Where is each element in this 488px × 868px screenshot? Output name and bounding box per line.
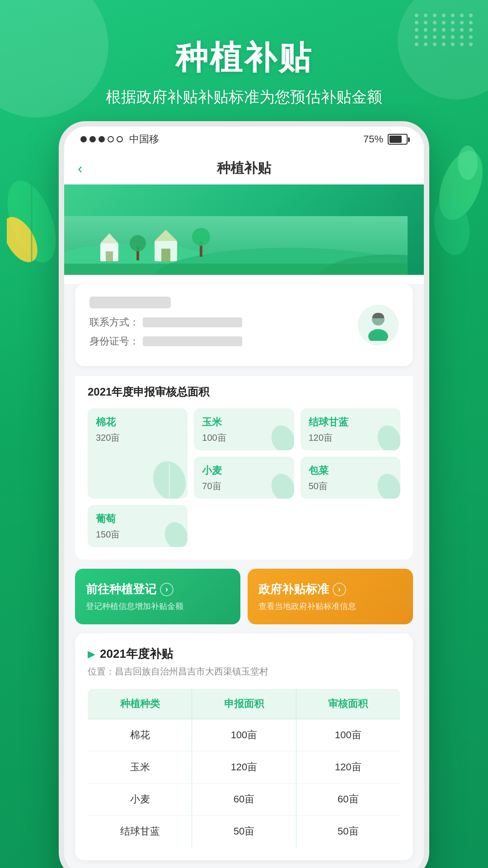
battery-area: 75% (363, 133, 408, 145)
table-row: 玉米120亩120亩 (88, 751, 400, 783)
table-cell: 100亩 (296, 719, 400, 751)
app-navbar: ‹ 种植补贴 (64, 152, 424, 184)
table-cell: 小麦 (88, 783, 192, 816)
crop-card-cotton: 棉花 320亩 (88, 408, 188, 499)
table-cell: 120亩 (192, 751, 296, 783)
col-header-declared: 申报面积 (192, 689, 296, 719)
plant-register-title: 前往种植登记 › (86, 581, 230, 597)
battery-percentage: 75% (363, 133, 383, 145)
svg-point-17 (130, 235, 146, 251)
svg-point-22 (368, 329, 388, 341)
svg-point-23 (148, 458, 188, 499)
crop-leaf-icon-grape (160, 520, 188, 547)
battery-fill (389, 136, 402, 143)
subsidy-section: ▶ 2021年度补贴 位置：昌吉回族自治州昌吉市大西渠镇玉堂村 种植种类 申报面… (75, 633, 413, 860)
status-bar: 中国移 75% (64, 127, 424, 152)
triangle-icon: ▶ (88, 648, 95, 660)
action-buttons: 前往种植登记 › 登记种植信息增加补贴金额 政府补贴标准 › 查看当地政府补贴标… (75, 569, 413, 624)
col-header-crop: 种植种类 (88, 689, 192, 719)
table-row: 小麦60亩60亩 (88, 783, 400, 816)
subsidy-standard-sub: 查看当地政府补贴标准信息 (258, 601, 402, 612)
battery-icon (388, 134, 408, 145)
svg-point-28 (374, 472, 400, 499)
signal-dot-1 (80, 136, 87, 142)
table-cell: 60亩 (192, 783, 296, 816)
table-row: 棉花100亩100亩 (88, 719, 400, 751)
stats-title: 2021年度申报审核总面积 (88, 385, 400, 399)
table-cell: 棉花 (88, 719, 192, 751)
farm-illustration (64, 216, 408, 275)
crop-card-corn: 玉米 100亩 (194, 408, 294, 450)
nav-title: 种植补贴 (217, 159, 271, 178)
crop-leaf-icon (147, 458, 188, 499)
id-blurred (143, 336, 242, 346)
crop-leaf-icon-wheat (267, 472, 294, 499)
arrow-circle-orange: › (333, 583, 346, 596)
crop-card-pakchoi: 包菜 50亩 (300, 457, 400, 499)
phone-wrapper: 中国移 75% ‹ 种植补贴 (0, 121, 488, 868)
table-cell: 60亩 (296, 783, 400, 816)
svg-point-26 (374, 423, 400, 450)
subsidy-location: 位置：昌吉回族自治州昌吉市大西渠镇玉堂村 (88, 665, 400, 678)
user-name-blurred (89, 297, 171, 308)
app-content: 联系方式： 身份证号： (64, 284, 424, 868)
carrier-name: 中国移 (129, 132, 159, 146)
user-info: 联系方式： 身份证号： (89, 297, 242, 354)
table-cell: 玉米 (88, 751, 192, 783)
crop-card-wheat: 小麦 70亩 (194, 457, 294, 499)
main-title: 种植补贴 (0, 36, 488, 80)
crop-grid: 棉花 320亩 玉米 100亩 (88, 408, 400, 547)
signal-dot-5 (117, 136, 123, 142)
arrow-circle-green: › (160, 583, 174, 596)
crop-leaf-icon-cabbage (373, 423, 400, 450)
table-header-row: 种植种类 申报面积 审核面积 (88, 689, 400, 719)
subsidy-table: 种植种类 申报面积 审核面积 棉花100亩100亩玉米120亩120亩小麦60亩… (88, 689, 400, 848)
subsidy-header: ▶ 2021年度补贴 (88, 646, 400, 662)
svg-rect-12 (106, 251, 113, 261)
hero-banner (64, 184, 424, 275)
svg-point-27 (267, 472, 294, 499)
table-row: 结球甘蓝50亩50亩 (88, 816, 400, 848)
table-cell: 120亩 (296, 751, 400, 783)
col-header-verified: 审核面积 (296, 689, 400, 719)
svg-rect-15 (161, 249, 170, 261)
svg-rect-20 (64, 264, 408, 275)
contact-blurred (143, 317, 242, 327)
crop-leaf-icon-pakchoi (373, 472, 400, 499)
avatar (358, 305, 399, 345)
crop-card-cabbage: 结球甘蓝 120亩 (300, 408, 400, 450)
crop-name-cotton: 棉花 (96, 415, 179, 429)
header-section: 种植补贴 根据政府补贴补贴标准为您预估补贴金额 (0, 0, 488, 121)
signal-dot-3 (99, 136, 105, 142)
crop-leaf-icon-corn (267, 423, 294, 450)
crop-card-grape: 葡萄 150亩 (88, 505, 188, 547)
phone-mockup: 中国移 75% ‹ 种植补贴 (59, 121, 429, 868)
subsidy-standard-button[interactable]: 政府补贴标准 › 查看当地政府补贴标准信息 (248, 569, 413, 624)
subsidy-standard-title: 政府补贴标准 › (258, 581, 402, 597)
table-cell: 结球甘蓝 (88, 816, 192, 848)
table-cell: 100亩 (192, 719, 296, 751)
contact-label: 联系方式： (89, 316, 139, 329)
stats-section: 2021年度申报审核总面积 棉花 320亩 玉米 (75, 376, 413, 560)
table-cell: 50亩 (296, 816, 400, 848)
plant-register-button[interactable]: 前往种植登记 › 登记种植信息增加补贴金额 (75, 569, 240, 624)
plant-register-sub: 登记种植信息增加补贴金额 (86, 601, 230, 612)
crop-area-cotton: 320亩 (96, 432, 179, 444)
svg-point-25 (267, 423, 294, 450)
back-button[interactable]: ‹ (78, 160, 83, 177)
subsidy-section-title: 2021年度补贴 (100, 646, 173, 662)
signal-dot-2 (89, 136, 96, 142)
table-cell: 50亩 (192, 816, 296, 848)
signal-area: 中国移 (80, 132, 159, 146)
svg-point-29 (161, 520, 188, 547)
id-row: 身份证号： (89, 335, 242, 348)
user-card: 联系方式： 身份证号： (75, 284, 413, 366)
sub-title: 根据政府补贴补贴标准为您预估补贴金额 (0, 87, 488, 108)
id-label: 身份证号： (89, 335, 139, 348)
signal-dot-4 (108, 136, 114, 142)
svg-point-19 (192, 228, 210, 246)
contact-row: 联系方式： (89, 316, 242, 329)
